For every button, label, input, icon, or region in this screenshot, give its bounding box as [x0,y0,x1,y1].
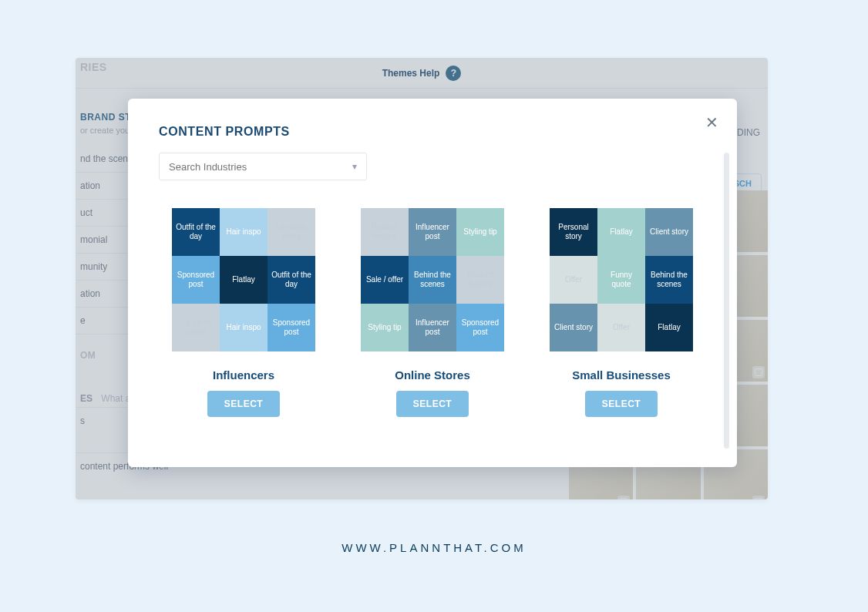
tile-grid: Outfit of the dayHair inspoUp-close phot… [172,208,315,351]
page-footer-url: WWW.PLANNTHAT.COM [0,541,868,554]
prompt-tile[interactable]: Client story [645,208,693,256]
prompt-tile[interactable]: Personal story [550,208,597,256]
prompt-tile[interactable]: Behind the scenes [645,256,693,304]
prompt-tile[interactable]: Offer [597,304,645,351]
select-button[interactable]: SELECT [585,391,658,417]
search-input[interactable] [169,161,352,173]
prompt-tile[interactable]: Hair inspo [220,208,267,256]
tile-grid: Product featureInfluencer postStyling ti… [361,208,504,351]
prompt-tile[interactable]: Influencer post [409,208,456,256]
search-industries[interactable]: ▾ [159,153,367,180]
prompt-tile[interactable]: Hair inspo [220,304,267,351]
select-button[interactable]: SELECT [396,391,469,417]
prompt-tile[interactable]: Client story [550,304,597,351]
prompt-tile[interactable]: Influencer post [409,304,456,351]
modal-scrollbar[interactable] [724,153,729,449]
prompt-card: Outfit of the dayHair inspoUp-close phot… [167,208,321,417]
prompt-tile[interactable]: Flatlay [220,256,267,304]
close-icon[interactable]: ✕ [701,113,722,133]
card-title: Influencers [213,368,274,382]
prompt-tile[interactable]: Sale / offer [361,256,409,304]
prompt-tile[interactable]: Sponsored post [267,304,315,351]
prompt-card: Product featureInfluencer postStyling ti… [355,208,510,417]
card-title: Small Businesses [572,368,671,382]
prompt-card: Personal storyFlatlayClient storyOfferFu… [544,208,698,417]
prompt-tile[interactable]: Offer [550,256,597,304]
prompt-tile[interactable]: Funny quote [597,256,645,304]
select-button[interactable]: SELECT [207,391,280,417]
prompt-tile[interactable]: Product feature [456,256,504,304]
card-title: Online Stores [395,368,470,382]
tile-grid: Personal storyFlatlayClient storyOfferFu… [550,208,693,351]
chevron-down-icon[interactable]: ▾ [352,161,357,172]
prompt-tile[interactable]: Styling tip [361,304,409,351]
prompt-tile[interactable]: Up-close photo [172,304,220,351]
prompt-tile[interactable]: Flatlay [597,208,645,256]
prompt-tile[interactable]: Outfit of the day [172,208,220,256]
prompt-tile[interactable]: Flatlay [645,304,693,351]
prompt-tile[interactable]: Sponsored post [172,256,220,304]
prompt-tile[interactable]: Product feature [361,208,409,256]
prompt-tile[interactable]: Sponsored post [456,304,504,351]
cards-row: Outfit of the dayHair inspoUp-close phot… [159,208,706,417]
prompt-tile[interactable]: Styling tip [456,208,504,256]
content-prompts-modal: ✕ CONTENT PROMPTS ▾ Outfit of the dayHai… [128,99,737,467]
prompt-tile[interactable]: Behind the scenes [409,256,456,304]
prompt-tile[interactable]: Up-close photo [267,208,315,256]
modal-title: CONTENT PROMPTS [159,125,706,139]
prompt-tile[interactable]: Outfit of the day [267,256,315,304]
